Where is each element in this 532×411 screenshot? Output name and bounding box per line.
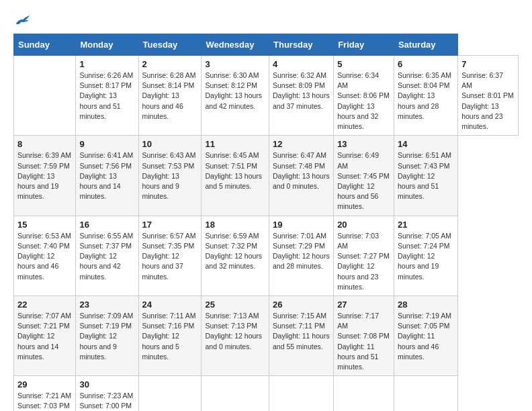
- calendar-cell: [394, 376, 457, 411]
- daylight-text: Daylight: 13 hours and 14 minutes.: [79, 172, 120, 200]
- day-number: 26: [273, 300, 330, 310]
- day-info: Sunrise: 6:32 AMSunset: 8:09 PMDaylight:…: [273, 71, 330, 111]
- day-info: Sunrise: 7:03 AMSunset: 7:27 PMDaylight:…: [337, 231, 390, 292]
- daylight-text: Daylight: 12 hours and 19 minutes.: [398, 252, 439, 280]
- sunrise-text: Sunrise: 6:51 AM: [398, 151, 451, 159]
- day-number: 18: [205, 220, 265, 230]
- day-number: 23: [79, 300, 134, 310]
- daylight-text: Daylight: 12 hours and 46 minutes.: [17, 252, 58, 280]
- col-header-friday: Friday: [334, 34, 394, 56]
- day-number: 7: [461, 59, 515, 69]
- sunrise-text: Sunrise: 7:11 AM: [142, 312, 196, 320]
- daylight-text: Daylight: 13 hours and 42 minutes.: [205, 91, 262, 109]
- calendar-cell: 24Sunrise: 7:11 AMSunset: 7:16 PMDayligh…: [138, 295, 202, 375]
- calendar-week-1: 1Sunrise: 6:26 AMSunset: 8:17 PMDaylight…: [14, 56, 519, 136]
- calendar-week-3: 15Sunrise: 6:53 AMSunset: 7:40 PMDayligh…: [14, 216, 519, 295]
- sunset-text: Sunset: 7:13 PM: [205, 322, 257, 330]
- day-number: 12: [273, 139, 330, 149]
- sunset-text: Sunset: 7:19 PM: [79, 322, 132, 330]
- sunset-text: Sunset: 7:40 PM: [17, 242, 70, 250]
- sunrise-text: Sunrise: 7:05 AM: [398, 232, 451, 240]
- calendar-cell: 21Sunrise: 7:05 AMSunset: 7:24 PMDayligh…: [394, 216, 457, 295]
- logo: [13, 13, 31, 27]
- calendar-cell: 19Sunrise: 7:01 AMSunset: 7:29 PMDayligh…: [269, 216, 334, 295]
- day-info: Sunrise: 6:59 AMSunset: 7:32 PMDaylight:…: [205, 231, 265, 272]
- daylight-text: Daylight: 13 hours and 5 minutes.: [205, 172, 262, 190]
- day-number: 13: [337, 139, 390, 149]
- sunrise-text: Sunrise: 7:03 AM: [337, 232, 379, 250]
- day-info: Sunrise: 7:01 AMSunset: 7:29 PMDaylight:…: [273, 231, 330, 272]
- day-number: 4: [273, 59, 330, 69]
- calendar-cell: 1Sunrise: 6:26 AMSunset: 8:17 PMDaylight…: [76, 56, 138, 136]
- day-info: Sunrise: 6:39 AMSunset: 7:59 PMDaylight:…: [17, 150, 72, 201]
- sunset-text: Sunset: 8:09 PM: [273, 81, 325, 89]
- calendar-header-row: SundayMondayTuesdayWednesdayThursdayFrid…: [14, 34, 519, 56]
- daylight-text: Daylight: 12 hours and 28 minutes.: [273, 252, 330, 270]
- calendar-cell: 3Sunrise: 6:30 AMSunset: 8:12 PMDaylight…: [202, 56, 269, 136]
- day-info: Sunrise: 7:21 AMSunset: 7:03 PMDaylight:…: [17, 391, 72, 411]
- daylight-text: Daylight: 13 hours and 46 minutes.: [142, 91, 183, 120]
- daylight-text: Daylight: 13 hours and 32 minutes.: [337, 102, 378, 130]
- calendar-cell: 17Sunrise: 6:57 AMSunset: 7:35 PMDayligh…: [138, 216, 202, 295]
- day-number: 17: [142, 220, 198, 230]
- day-number: 10: [142, 139, 198, 149]
- sunrise-text: Sunrise: 6:34 AM: [337, 71, 379, 89]
- sunrise-text: Sunrise: 6:39 AM: [17, 151, 71, 159]
- sunset-text: Sunset: 7:29 PM: [273, 242, 325, 250]
- day-info: Sunrise: 6:51 AMSunset: 7:43 PMDaylight:…: [398, 150, 454, 201]
- day-number: 24: [142, 300, 198, 310]
- daylight-text: Daylight: 11 hours and 46 minutes.: [398, 332, 439, 360]
- sunset-text: Sunset: 8:01 PM: [461, 91, 514, 99]
- day-number: 2: [142, 59, 198, 69]
- col-header-wednesday: Wednesday: [202, 34, 269, 56]
- sunrise-text: Sunrise: 6:59 AM: [205, 232, 259, 240]
- sunset-text: Sunset: 8:14 PM: [142, 81, 195, 89]
- day-number: 21: [398, 220, 454, 230]
- day-info: Sunrise: 6:43 AMSunset: 7:53 PMDaylight:…: [142, 150, 198, 201]
- sunrise-text: Sunrise: 6:49 AM: [337, 151, 379, 169]
- day-number: 14: [398, 139, 454, 149]
- col-header-monday: Monday: [76, 34, 138, 56]
- daylight-text: Daylight: 11 hours and 55 minutes.: [273, 332, 330, 350]
- daylight-text: Daylight: 12 hours and 51 minutes.: [398, 172, 439, 200]
- sunset-text: Sunset: 7:59 PM: [17, 162, 70, 170]
- sunset-text: Sunset: 8:12 PM: [205, 81, 257, 89]
- sunset-text: Sunset: 7:53 PM: [142, 162, 195, 170]
- daylight-text: Daylight: 13 hours and 23 minutes.: [461, 102, 502, 130]
- sunrise-text: Sunrise: 6:28 AM: [142, 71, 196, 79]
- day-number: 29: [17, 379, 72, 390]
- sunset-text: Sunset: 8:06 PM: [337, 91, 390, 99]
- sunrise-text: Sunrise: 7:13 AM: [205, 312, 259, 320]
- day-info: Sunrise: 6:45 AMSunset: 7:51 PMDaylight:…: [205, 150, 265, 191]
- day-number: 22: [17, 300, 72, 310]
- calendar-cell: 27Sunrise: 7:17 AMSunset: 7:08 PMDayligh…: [334, 295, 394, 375]
- calendar-cell: 10Sunrise: 6:43 AMSunset: 7:53 PMDayligh…: [138, 136, 202, 216]
- sunrise-text: Sunrise: 6:55 AM: [79, 232, 133, 240]
- calendar-cell: [14, 56, 76, 136]
- sunrise-text: Sunrise: 7:07 AM: [17, 312, 71, 320]
- day-number: 11: [205, 139, 265, 149]
- day-info: Sunrise: 7:17 AMSunset: 7:08 PMDaylight:…: [337, 311, 390, 372]
- day-info: Sunrise: 6:26 AMSunset: 8:17 PMDaylight:…: [79, 71, 134, 122]
- daylight-text: Daylight: 13 hours and 37 minutes.: [273, 91, 330, 109]
- sunrise-text: Sunrise: 6:41 AM: [79, 151, 133, 159]
- sunrise-text: Sunrise: 6:30 AM: [205, 71, 259, 79]
- calendar-cell: 23Sunrise: 7:09 AMSunset: 7:19 PMDayligh…: [76, 295, 138, 375]
- day-number: 5: [337, 59, 390, 69]
- calendar-cell: 7Sunrise: 6:37 AMSunset: 8:01 PMDaylight…: [458, 56, 519, 136]
- sunset-text: Sunset: 7:16 PM: [142, 322, 195, 330]
- sunset-text: Sunset: 7:48 PM: [273, 162, 325, 170]
- calendar-cell: 29Sunrise: 7:21 AMSunset: 7:03 PMDayligh…: [14, 376, 76, 411]
- day-info: Sunrise: 7:11 AMSunset: 7:16 PMDaylight:…: [142, 311, 198, 362]
- col-header-thursday: Thursday: [269, 34, 334, 56]
- calendar-cell: [269, 376, 334, 411]
- daylight-text: Daylight: 13 hours and 28 minutes.: [398, 91, 439, 120]
- sunset-text: Sunset: 7:27 PM: [337, 252, 390, 260]
- day-number: 19: [273, 220, 330, 230]
- sunset-text: Sunset: 7:32 PM: [205, 242, 257, 250]
- daylight-text: Daylight: 11 hours and 51 minutes.: [337, 342, 378, 371]
- day-number: 16: [79, 220, 134, 230]
- sunset-text: Sunset: 7:05 PM: [398, 322, 450, 330]
- day-number: 15: [17, 220, 72, 230]
- day-number: 3: [205, 59, 265, 69]
